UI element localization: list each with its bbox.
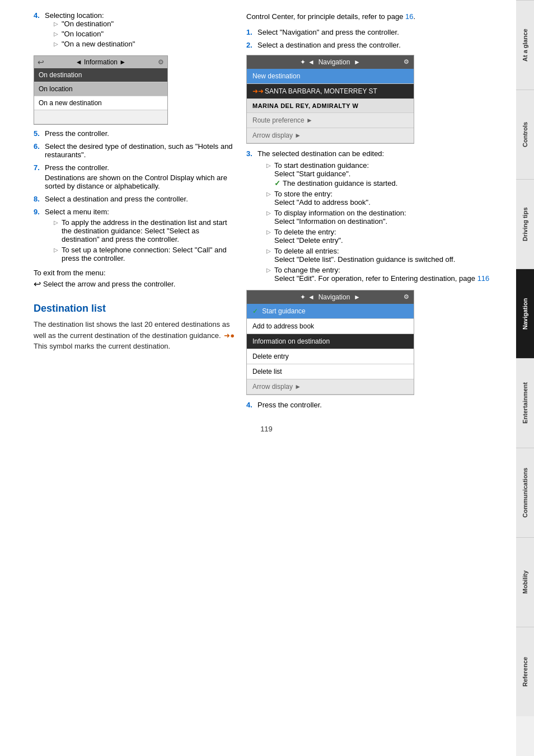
bullet-icon-3: ▷ [54,41,58,47]
step-9-text: Select a menu item: [45,208,235,216]
step3-sub-1-icon: ✓ The destination guidance is started. [274,179,397,187]
step3-sub-5-detail: Select "Delete list". Destination guidan… [274,255,455,264]
step-4-number: 4. [34,11,45,20]
nav-row-marina: MARINA DEL REY, ADMIRALTY W [247,99,414,113]
nav-row-arrow-display-2: Arrow display ► [247,379,414,395]
sidebar-tab-navigation[interactable]: Navigation [516,269,534,358]
step-8-number: 8. [34,195,45,203]
first-screen-header: ↩ ◄ Information ► ⚙ [34,56,167,68]
dest-symbol: ➜● [224,331,235,340]
nav-row-santa-barbara: ➜➜SANTA BARBARA, MONTERREY ST [247,84,414,99]
step-8: 8. Select a destination and press the co… [34,195,235,203]
step3-sub-3: ▷ To display information on the destinat… [266,209,499,226]
step3-sub-2-detail: Select "Add to address book". [274,198,371,206]
nav-screen-2-settings-icon: ⚙ [404,293,409,300]
nav-row-info-dest: Information on destination [247,334,414,349]
right-step-4-number: 4. [246,401,257,409]
step-7-number: 7. [34,163,45,172]
intro-page-ref: 16 [405,12,413,21]
step3-sub-1: ▷ To start destination guidance: Select … [266,161,499,187]
sidebar-tab-entertainment[interactable]: Entertainment [516,358,534,448]
step3-sub-4: ▷ To delete the entry: Select "Delete en… [266,228,499,245]
step-5-text: Press the controller. [45,129,109,138]
right-step-1-text: Select "Navigation" and press the contro… [257,28,399,36]
bullet-triangle-9-1: ▷ [54,219,58,226]
step3-sub-1-detail: Select "Start guidance". [274,170,397,178]
back-arrow-icon: ↩ [34,279,41,289]
right-step-3: 3. The selected destination can be edite… [246,149,499,284]
right-step-2-text: Select a destination and press the contr… [257,41,401,49]
bullet-triangle-9-2: ▷ [54,247,58,253]
page-number: 119 [34,425,499,433]
nav-row-new-dest: New destination [247,69,414,84]
step-9-sub-1-text: To apply the address in the destination … [62,218,235,243]
step-9-sub-2-text: To set up a telephone connection: Select… [62,246,235,262]
nav-row-delete-entry: Delete entry [247,349,414,364]
check-mark-icon: ✓ [252,307,258,315]
step-6-text: Select the desired type of destination, … [45,142,233,159]
nav-row-add-address: Add to address book [247,319,414,334]
nav-screen-1-settings-icon: ⚙ [404,58,409,65]
step3-sub-4-detail: Select "Delete entry". [274,236,343,245]
step-7: 7. Press the controller. Destinations ar… [34,163,235,190]
page-ref-116: 116 [477,274,490,283]
step3-sub-6: ▷ To change the entry: Select "Edit". Fo… [266,266,499,283]
nav-row-delete-list: Delete list [247,364,414,379]
step-4: 4. Selecting location: ▷ "On destination… [34,11,235,50]
first-screen-empty-row [34,110,167,124]
intro-text: Control Center, for principle details, r… [246,11,499,22]
first-screen-mockup: ↩ ◄ Information ► ⚙ On destination On lo… [34,55,168,125]
exit-text: To exit from the menu: [34,269,235,277]
first-screen-header-text: ◄ Information ► [76,58,126,66]
step-9: 9. Select a menu item: ▷ To apply the ad… [34,208,235,264]
right-sidebar: At a glance Controls Driving tips Naviga… [516,0,534,756]
nav-icon-1: ✦ [300,58,306,66]
first-screen-row-3: On a new destination [34,96,167,110]
first-screen-back-icon: ↩ [38,58,44,67]
first-screen-settings-icon: ⚙ [158,58,164,66]
nav-row-start-guidance: ✓ Start guidance [247,304,414,319]
step-8-text: Select a destination and press the contr… [45,195,188,203]
sidebar-tab-controls[interactable]: Controls [516,90,534,179]
sidebar-tab-mobility[interactable]: Mobility [516,537,534,627]
destination-list-title: Destination list [34,303,235,314]
step-4-sub-3-text: "On a new destination" [62,40,135,48]
step-4-sub-1: ▷ "On destination" [54,20,235,28]
right-step-3-text: The selected destination can be edited: [257,149,499,158]
sidebar-tab-communications[interactable]: Communications [516,448,534,537]
right-step-2-number: 2. [246,41,257,49]
bullet-icon-2: ▷ [54,31,58,37]
step-6-number: 6. [34,142,45,151]
step-4-sub-2-text: "On location" [62,30,104,38]
step-9-number: 9. [34,208,45,216]
step-9-sub-2: ▷ To set up a telephone connection: Sele… [54,246,235,262]
step-4-label: Selecting location: [45,11,104,20]
exit-sub: ↩ Select the arrow and press the control… [34,279,235,289]
sidebar-tab-at-a-glance[interactable]: At a glance [516,0,534,90]
step-9-sub-1: ▷ To apply the address in the destinatio… [54,218,235,243]
first-screen-row-1: On destination [34,68,167,82]
nav-screen-2-header: ✦ ◄ Navigation ► ⚙ [247,290,414,304]
step-4-sub-1-text: "On destination" [62,20,114,28]
sidebar-tab-driving-tips[interactable]: Driving tips [516,179,534,269]
right-step-3-number: 3. [246,149,257,158]
right-step-4: 4. Press the controller. [246,401,499,409]
step3-sub-6-detail: Select "Edit". For operation, refer to E… [274,274,489,283]
nav-screen-2: ✦ ◄ Navigation ► ⚙ ✓ Start guidance Add … [246,290,414,395]
destination-list-section: Destination list The destination list sh… [34,303,235,352]
nav-screen-1: ✦ ◄ Navigation ► ⚙ New destination ➜➜SAN… [246,55,414,144]
first-screen-row-2: On location [34,82,167,96]
step3-sub-5: ▷ To delete all entries: Select "Delete … [266,247,499,264]
step3-sub-3-detail: Select "Information on destination". [274,217,406,226]
step-7-text: Press the controller. [45,163,235,172]
step-5: 5. Press the controller. [34,129,235,138]
right-step-1-number: 1. [246,28,257,36]
destination-list-body: The destination list shows the last 20 e… [34,319,235,352]
step3-sub-6-text: To change the entry: [274,266,489,274]
step3-sub-2-text: To store the entry: [274,190,371,198]
nav-screen-2-header-text: ◄ Navigation ► [308,293,360,301]
nav-icon-2: ✦ [300,293,306,301]
sidebar-tab-reference[interactable]: Reference [516,627,534,716]
bullet-icon-1: ▷ [54,21,58,27]
nav-row-route-pref: Route preference ► [247,113,414,128]
